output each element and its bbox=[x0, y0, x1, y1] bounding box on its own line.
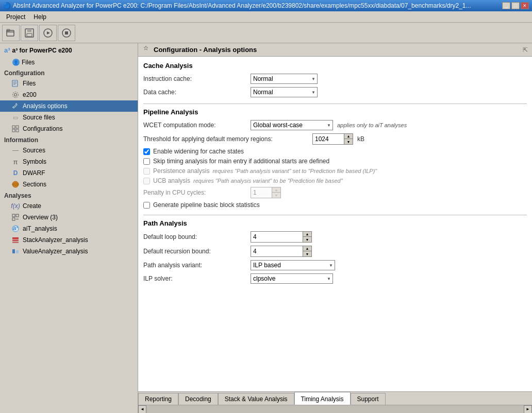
sidebar-item-files[interactable]: Files bbox=[0, 78, 138, 89]
tab-decoding[interactable]: Decoding bbox=[178, 393, 218, 405]
sidebar-item-symbols[interactable]: π Symbols bbox=[0, 156, 138, 167]
svg-rect-15 bbox=[12, 126, 15, 128]
scroll-track[interactable] bbox=[146, 405, 524, 414]
instruction-cache-select[interactable]: Normal No cache Perfect bbox=[251, 74, 318, 84]
sidebar-item-stack-analysis[interactable]: StackAnalyzer_analysis bbox=[0, 234, 138, 246]
default-recursion-spinbox: ▲ ▼ bbox=[251, 246, 312, 257]
penalty-up-btn[interactable]: ▲ bbox=[272, 187, 280, 193]
svg-rect-32 bbox=[16, 250, 19, 253]
stop-button[interactable] bbox=[58, 25, 75, 41]
threshold-up-btn[interactable]: ▲ bbox=[344, 134, 353, 139]
skip-timing-checkbox[interactable] bbox=[143, 158, 150, 165]
sidebar-section-configuration: Configuration bbox=[0, 67, 138, 78]
sidebar-section-analyses: Analyses bbox=[0, 190, 138, 200]
sidebar-item-ait-analysis[interactable]: a³ aiT_analysis bbox=[0, 223, 138, 234]
skip-timing-label: Skip timing analysis for main entry if a… bbox=[153, 158, 329, 165]
minimize-button[interactable]: _ bbox=[502, 2, 510, 9]
sidebar-item-dwarf[interactable]: D DWARF bbox=[0, 167, 138, 179]
widening-label: Enable widening for cache states bbox=[153, 148, 244, 155]
widening-row: Enable widening for cache states bbox=[143, 148, 527, 155]
default-recursion-down-btn[interactable]: ▼ bbox=[303, 251, 311, 256]
window-title: AbsInt Advanced Analyzer for PowerPC e20… bbox=[13, 2, 471, 9]
skip-timing-row: Skip timing analysis for main entry if a… bbox=[143, 158, 527, 165]
tab-support[interactable]: Support bbox=[351, 393, 386, 405]
svg-text:a³: a³ bbox=[13, 225, 19, 232]
sidebar-item-configurations[interactable]: Configurations bbox=[0, 123, 138, 134]
default-recursion-up-btn[interactable]: ▲ bbox=[303, 246, 311, 251]
config-header: Configuration - Analysis options ⇱ bbox=[138, 43, 532, 57]
sidebar-item-create[interactable]: f(x) Create bbox=[0, 200, 138, 212]
persistence-label: Persistence analysis bbox=[153, 167, 209, 175]
title-bar: 🔵 AbsInt Advanced Analyzer for PowerPC e… bbox=[0, 0, 532, 11]
tab-stack-value-analysis[interactable]: Stack & Value Analysis bbox=[218, 393, 294, 405]
dwarf-icon: D bbox=[11, 169, 20, 177]
persistence-checkbox[interactable] bbox=[143, 168, 150, 175]
maximize-button[interactable]: □ bbox=[511, 2, 520, 9]
sidebar-item-value-analysis[interactable]: ValueAnalyzer_analysis bbox=[0, 246, 138, 257]
pipeline-analysis-title: Pipeline Analysis bbox=[143, 108, 527, 116]
sidebar-item-sections[interactable]: Sections bbox=[0, 179, 138, 190]
threshold-input[interactable] bbox=[313, 134, 344, 144]
path-variant-row: Path analysis variant: ILP based Predict… bbox=[143, 260, 527, 270]
instruction-cache-label: Instruction cache: bbox=[143, 75, 246, 82]
svg-rect-24 bbox=[12, 218, 15, 220]
wcet-mode-select[interactable]: Global worst-case Local worst-case bbox=[251, 120, 333, 130]
threshold-down-btn[interactable]: ▼ bbox=[344, 139, 353, 144]
default-loop-input[interactable] bbox=[251, 232, 303, 242]
default-recursion-input[interactable] bbox=[251, 247, 303, 256]
sidebar-item-overview[interactable]: Overview (3) bbox=[0, 212, 138, 223]
svg-rect-4 bbox=[27, 33, 32, 37]
gen-stats-checkbox[interactable] bbox=[143, 202, 150, 209]
default-loop-label: Default loop bound: bbox=[143, 233, 246, 240]
ilp-solver-select-wrapper: clpsolve cplex bbox=[251, 273, 333, 284]
tab-timing-analysis[interactable]: Timing Analysis bbox=[294, 392, 351, 405]
path-analysis-section: Path Analysis Default loop bound: ▲ ▼ De… bbox=[143, 219, 527, 284]
sidebar-item-welcome[interactable]: 👤 Files bbox=[0, 57, 138, 67]
penalty-input[interactable] bbox=[251, 188, 272, 197]
app-title: a³ a³ for PowerPC e200 bbox=[0, 43, 138, 57]
cache-analysis-section: Cache Analysis Instruction cache: Normal… bbox=[143, 62, 527, 97]
menu-help[interactable]: Help bbox=[29, 12, 51, 22]
scroll-right-arrow[interactable]: ► bbox=[524, 405, 532, 414]
wcet-mode-label: WCET computation mode: bbox=[143, 122, 246, 129]
svg-rect-16 bbox=[16, 126, 19, 128]
run-button[interactable] bbox=[39, 25, 57, 41]
penalty-down-btn[interactable]: ▼ bbox=[272, 193, 280, 198]
scroll-left-arrow[interactable]: ◄ bbox=[138, 405, 146, 414]
menu-project[interactable]: Project bbox=[2, 12, 29, 22]
path-variant-select[interactable]: ILP based Prediction file based Predicti… bbox=[251, 260, 335, 270]
default-loop-down-btn[interactable]: ▼ bbox=[303, 237, 311, 242]
open-button[interactable] bbox=[2, 25, 20, 41]
widening-checkbox[interactable] bbox=[143, 148, 150, 155]
file-icon bbox=[11, 79, 20, 88]
svg-rect-28 bbox=[12, 237, 19, 239]
fx-icon: f(x) bbox=[11, 202, 20, 210]
persistence-note: requires "Path analysis variant" set to … bbox=[212, 168, 377, 174]
data-cache-row: Data cache: Normal No cache Perfect bbox=[143, 87, 527, 97]
sidebar-item-analysis-options[interactable]: Analysis options bbox=[0, 100, 138, 112]
value-icon bbox=[11, 247, 20, 255]
ucb-checkbox[interactable] bbox=[143, 178, 150, 184]
pi-icon: π bbox=[11, 158, 20, 166]
config-resize-icon[interactable]: ⇱ bbox=[523, 46, 528, 54]
content-area: Configuration - Analysis options ⇱ Cache… bbox=[138, 43, 532, 413]
svg-rect-29 bbox=[12, 239, 19, 241]
sidebar-item-sources[interactable]: — Sources bbox=[0, 145, 138, 156]
close-button[interactable]: ✕ bbox=[521, 2, 529, 9]
sep-2 bbox=[143, 215, 527, 215]
sidebar-item-source-files[interactable]: ▭ Source files bbox=[0, 112, 138, 123]
wrench-icon bbox=[11, 102, 20, 110]
wcet-mode-select-wrapper: Global worst-case Local worst-case bbox=[251, 120, 333, 130]
data-cache-select[interactable]: Normal No cache Perfect bbox=[251, 87, 318, 97]
svg-rect-30 bbox=[12, 242, 19, 243]
user-avatar-icon: 👤 bbox=[12, 59, 20, 66]
save-button[interactable] bbox=[21, 25, 38, 41]
stack-icon bbox=[11, 236, 20, 244]
instruction-cache-row: Instruction cache: Normal No cache Perfe… bbox=[143, 74, 527, 84]
sidebar-item-e200[interactable]: e200 bbox=[0, 89, 138, 100]
ilp-solver-select[interactable]: clpsolve cplex bbox=[251, 273, 333, 284]
tab-reporting[interactable]: Reporting bbox=[138, 393, 178, 405]
svg-rect-31 bbox=[12, 249, 15, 253]
default-loop-up-btn[interactable]: ▲ bbox=[303, 232, 311, 237]
app-icon: 🔵 bbox=[3, 2, 11, 9]
